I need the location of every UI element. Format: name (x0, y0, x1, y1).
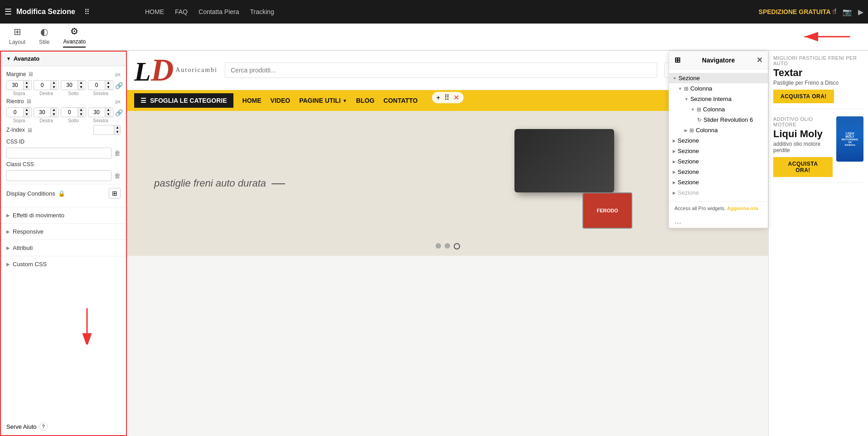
nav-video[interactable]: VIDEO (271, 97, 291, 104)
rientro-monitor-icon: 🖥 (26, 98, 32, 105)
margine-destra-input[interactable] (34, 81, 50, 89)
nav-faq[interactable]: FAQ (175, 8, 188, 15)
rientro-destra-label: Destra (39, 118, 53, 123)
rientro-link-icon[interactable]: 🔗 (115, 109, 123, 116)
up-arrow[interactable]: ▲ (105, 108, 112, 112)
nav-home[interactable]: HOME (242, 97, 262, 104)
down-arrow[interactable]: ▼ (24, 112, 30, 117)
css-id-trash-icon[interactable]: 🗑 (114, 149, 121, 157)
right-panel: MIGLIORI PASTIGLIE FRENI PER AUTO Textar… (768, 51, 868, 436)
nav-item-sezione-2[interactable]: ▶ Sezione (669, 135, 768, 146)
layout-icon: ⊞ (14, 26, 21, 37)
zindex-label: Z-Index 🖥 (6, 127, 33, 134)
nav-item-sezione-root[interactable]: ▼ Sezione (669, 73, 768, 83)
margine-monitor-icon: 🖥 (28, 71, 34, 77)
up-arrow[interactable]: ▲ (105, 81, 112, 85)
youtube-icon[interactable]: ▶ (858, 8, 863, 16)
slider-dot-3[interactable] (454, 243, 460, 249)
nav-item-sezione-3[interactable]: ▶ Sezione (669, 146, 768, 156)
display-conditions-button[interactable]: ⊞ (109, 188, 121, 199)
zindex-monitor-icon: 🖥 (27, 127, 33, 134)
rientro-sopra-input[interactable] (7, 108, 23, 116)
up-arrow[interactable]: ▲ (114, 125, 121, 130)
attributi-header[interactable]: ▶ Attributi (6, 244, 121, 251)
classi-css-input[interactable] (6, 170, 112, 181)
nav-item-colonna-2[interactable]: ▼ ⊞ Colonna (669, 104, 768, 115)
nav-item-sezione-6[interactable]: ▶ Sezione (669, 177, 768, 187)
grid-icon[interactable]: ⠿ (84, 8, 90, 16)
margine-link-icon[interactable]: 🔗 (115, 82, 123, 89)
help-icon[interactable]: ? (39, 422, 48, 431)
margine-sotto-input[interactable] (61, 81, 78, 89)
nav-contatta[interactable]: Contatta Piera (199, 8, 239, 15)
nav-item-sezione-5[interactable]: ▶ Sezione (669, 167, 768, 177)
rientro-sinistra-input[interactable] (88, 108, 105, 116)
nav-item-sezione-interna[interactable]: ▼ Sezione Interna (669, 94, 768, 104)
margine-sopra-box: ▲▼ Sopra (6, 80, 32, 96)
responsive-header[interactable]: ▶ Responsive (6, 228, 121, 235)
add-element-button[interactable]: + (436, 94, 440, 102)
search-input[interactable] (225, 62, 657, 78)
nav-item-sezione-4[interactable]: ▶ Sezione (669, 156, 768, 167)
tab-layout[interactable]: ⊞ Layout (9, 26, 25, 47)
tab-avanzato[interactable]: ⚙ Avanzato (63, 26, 86, 48)
classi-css-input-row: 🗑 (6, 170, 121, 181)
delete-element-button[interactable]: ✕ (453, 93, 459, 102)
effetti-header[interactable]: ▶ Effetti di movimento (6, 212, 121, 219)
nav-more-button[interactable]: ... (669, 215, 768, 228)
up-arrow[interactable]: ▲ (78, 108, 84, 112)
zindex-input[interactable] (94, 126, 114, 134)
nav-item-sezione-partial[interactable]: ▶ Sezione (669, 187, 768, 198)
responsive-caret: ▶ (6, 229, 10, 234)
buy-button-1[interactable]: ACQUISTA ORA! (773, 90, 834, 103)
classi-css-label: Classi CSS (6, 161, 34, 168)
down-arrow[interactable]: ▼ (78, 112, 84, 117)
navigator-close-button[interactable]: ✕ (756, 56, 762, 64)
up-arrow[interactable]: ▲ (51, 108, 57, 112)
zindex-row: Z-Index 🖥 ▲▼ (6, 125, 121, 135)
tab-stile[interactable]: ◐ Stile (39, 26, 49, 47)
down-arrow[interactable]: ▼ (24, 85, 30, 90)
margine-sinistra-input[interactable] (88, 81, 105, 89)
up-arrow[interactable]: ▲ (78, 81, 84, 85)
up-arrow[interactable]: ▲ (51, 81, 57, 85)
nav-contatto[interactable]: CONTATTO (383, 97, 417, 104)
browse-categories-button[interactable]: ☰ SFOGLIA LE CATEGORIE (134, 93, 233, 108)
nav-pagine[interactable]: PAGINE UTILI ▼ (299, 97, 347, 104)
classi-css-trash-icon[interactable]: 🗑 (114, 172, 121, 179)
slider-dot-1[interactable] (436, 243, 441, 249)
nav-tracking[interactable]: Tracking (250, 8, 274, 15)
down-arrow[interactable]: ▼ (105, 85, 112, 90)
instagram-icon[interactable]: 📷 (843, 8, 852, 16)
slider-dot-2[interactable] (445, 243, 450, 249)
nav-blog[interactable]: BLOG (356, 97, 374, 104)
rientro-sopra-label: Sopra (13, 118, 25, 123)
upgrade-link[interactable]: Aggiorna ora (727, 206, 758, 211)
down-arrow[interactable]: ▼ (78, 85, 84, 90)
move-element-button[interactable]: ⠿ (444, 93, 450, 102)
nav-item-slider-revolution[interactable]: ↻ Slider Revolution 6 (669, 115, 768, 125)
up-arrow[interactable]: ▲ (24, 108, 30, 112)
down-arrow[interactable]: ▼ (105, 112, 112, 117)
nav-spedizione[interactable]: HOME (145, 8, 164, 15)
liquimoly-image: LIQUIMOLY MOTORBIKEOilAdditive (836, 116, 863, 162)
hamburger-icon[interactable]: ☰ (5, 7, 12, 17)
facebook-icon[interactable]: f (834, 8, 836, 16)
rientro-destra-input[interactable] (34, 108, 50, 116)
brake-pad-shape (514, 129, 614, 192)
down-arrow[interactable]: ▼ (51, 112, 57, 117)
nav-item-colonna-1[interactable]: ▼ ⊞ Colonna (669, 83, 768, 94)
down-arrow[interactable]: ▼ (114, 130, 121, 134)
nav-item-colonna-3[interactable]: ▶ ⊞ Colonna (669, 125, 768, 135)
effetti-section: ▶ Effetti di movimento (1, 207, 126, 223)
margine-sopra-input[interactable] (7, 81, 23, 89)
css-id-row: CSS ID (6, 139, 121, 145)
help-label: Serve Aiuto (6, 423, 37, 430)
up-arrow[interactable]: ▲ (24, 81, 30, 85)
custom-css-header[interactable]: ▶ Custom CSS (6, 261, 121, 268)
buy-button-2[interactable]: ACQUISTA ORA! (773, 157, 833, 177)
css-id-input[interactable] (6, 148, 112, 158)
down-arrow[interactable]: ▼ (51, 85, 57, 90)
ferodo-label: FERODO (596, 208, 618, 213)
rientro-sotto-input[interactable] (61, 108, 78, 116)
